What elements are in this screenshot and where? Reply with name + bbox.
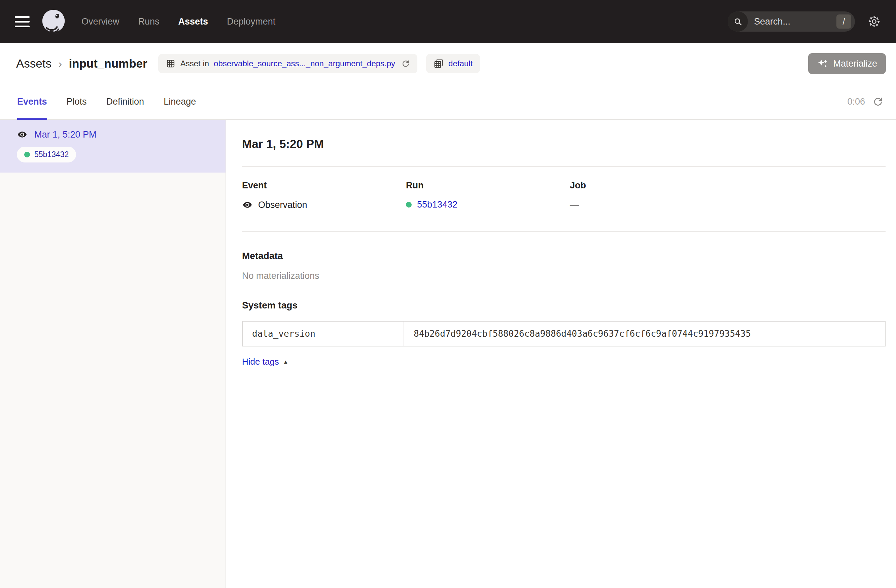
- app-root: Overview Runs Assets Deployment Search..…: [0, 0, 896, 588]
- divider: [242, 231, 885, 232]
- run-status-dot: [24, 152, 30, 157]
- event-timestamp-label: Mar 1, 5:20 PM: [34, 129, 97, 140]
- run-status-dot: [406, 202, 411, 208]
- breadcrumb-separator-icon: ›: [58, 57, 62, 70]
- system-tags-heading: System tags: [242, 300, 885, 311]
- job-column-label: Job: [570, 180, 885, 191]
- tab-lineage[interactable]: Lineage: [164, 84, 196, 119]
- run-badge[interactable]: 55b13432: [17, 147, 76, 163]
- event-column-label: Event: [242, 180, 406, 191]
- asset-header: Assets › input_number Asset in observabl…: [0, 43, 896, 84]
- run-badge-id: 55b13432: [34, 150, 69, 159]
- event-list-item[interactable]: Mar 1, 5:20 PM 55b13432: [0, 120, 226, 173]
- materialize-button[interactable]: Materialize: [808, 53, 886, 74]
- tag-value-cell: 84b26d7d9204cbf588026c8a9886d403a6c9637c…: [404, 321, 885, 346]
- asset-definition-pill: Asset in observable_source_ass..._non_ar…: [158, 54, 418, 73]
- job-value: —: [570, 199, 885, 210]
- repo-default-link[interactable]: default: [448, 59, 472, 68]
- tab-bar: Events Plots Definition Lineage 0:06: [0, 84, 896, 120]
- system-tags-table: data_version 84b26d7d9204cbf588026c8a988…: [242, 321, 885, 346]
- top-nav-bar: Overview Runs Assets Deployment Search..…: [0, 0, 896, 43]
- observation-eye-icon: [242, 199, 253, 210]
- materialize-label: Materialize: [833, 59, 877, 69]
- dagster-logo-icon[interactable]: [40, 8, 67, 35]
- job-column: Job —: [570, 180, 885, 210]
- reload-definition-icon[interactable]: [401, 59, 410, 68]
- tab-definition[interactable]: Definition: [107, 84, 145, 119]
- asset-in-label: Asset in: [180, 59, 209, 68]
- menu-icon[interactable]: [15, 14, 30, 29]
- slash-shortcut-badge: /: [837, 14, 851, 29]
- content-area: Mar 1, 5:20 PM 55b13432 Mar 1, 5:20 PM E…: [0, 120, 896, 588]
- refresh-countdown: 0:06: [847, 97, 865, 107]
- asset-grid-icon: [166, 59, 176, 68]
- nav-assets[interactable]: Assets: [178, 17, 208, 27]
- divider: [242, 166, 885, 167]
- run-column-label: Run: [406, 180, 570, 191]
- nav-runs[interactable]: Runs: [138, 17, 160, 27]
- nav-overview[interactable]: Overview: [81, 17, 119, 27]
- event-type-value: Observation: [258, 200, 307, 210]
- asset-file-link[interactable]: observable_source_ass..._non_argument_de…: [214, 59, 395, 68]
- tab-plots[interactable]: Plots: [67, 84, 87, 119]
- refresh-icon[interactable]: [872, 96, 883, 107]
- sparkle-icon: [817, 58, 828, 69]
- table-row: data_version 84b26d7d9204cbf588026c8a988…: [242, 321, 885, 346]
- search-icon: [728, 11, 748, 32]
- code-location-pill: default: [426, 54, 480, 73]
- refresh-controls: 0:06: [847, 84, 883, 119]
- search-placeholder: Search...: [754, 17, 837, 27]
- metadata-heading: Metadata: [242, 251, 885, 261]
- hide-tags-label: Hide tags: [242, 357, 279, 367]
- primary-nav: Overview Runs Assets Deployment: [81, 17, 275, 27]
- run-id-link[interactable]: 55b13432: [417, 199, 457, 210]
- asset-name-title: input_number: [69, 57, 147, 70]
- tag-key-cell: data_version: [242, 321, 404, 346]
- no-materializations-text: No materializations: [242, 271, 885, 281]
- event-summary-grid: Event Observation Run 55b13432: [242, 180, 885, 210]
- breadcrumb-assets-link[interactable]: Assets: [16, 57, 52, 70]
- gear-icon[interactable]: [867, 14, 881, 29]
- hide-tags-link[interactable]: Hide tags ▲: [242, 357, 288, 367]
- event-detail-panel: Mar 1, 5:20 PM Event Observation: [226, 120, 896, 588]
- repo-icon: [434, 59, 443, 68]
- event-item-title: Mar 1, 5:20 PM: [17, 129, 218, 140]
- nav-deployment[interactable]: Deployment: [227, 17, 275, 27]
- caret-up-icon: ▲: [283, 359, 288, 365]
- tab-events[interactable]: Events: [17, 84, 47, 119]
- events-sidebar: Mar 1, 5:20 PM 55b13432: [0, 120, 226, 588]
- event-detail-heading: Mar 1, 5:20 PM: [242, 137, 885, 151]
- observation-eye-icon: [17, 129, 27, 140]
- search-input[interactable]: Search... /: [728, 11, 855, 32]
- event-column: Event Observation: [242, 180, 406, 210]
- run-column: Run 55b13432: [406, 180, 570, 210]
